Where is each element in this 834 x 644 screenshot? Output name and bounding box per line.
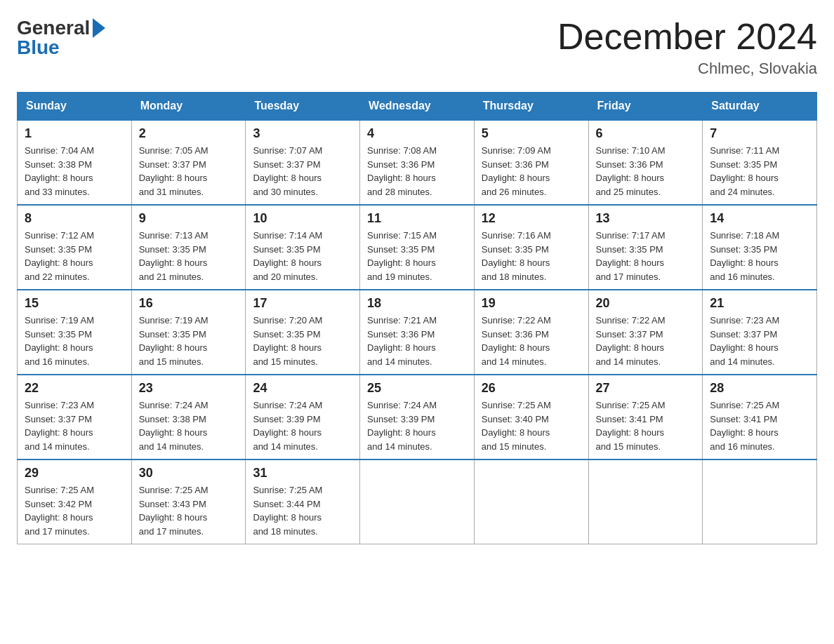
calendar-cell: 22Sunrise: 7:23 AMSunset: 3:37 PMDayligh… xyxy=(18,375,132,459)
calendar-cell: 6Sunrise: 7:10 AMSunset: 3:36 PMDaylight… xyxy=(588,120,703,205)
day-number: 15 xyxy=(25,296,124,311)
week-row-2: 8Sunrise: 7:12 AMSunset: 3:35 PMDaylight… xyxy=(18,205,817,290)
calendar-cell: 30Sunrise: 7:25 AMSunset: 3:43 PMDayligh… xyxy=(131,459,246,544)
day-number: 25 xyxy=(367,381,467,396)
day-info: Sunrise: 7:04 AMSunset: 3:38 PMDaylight:… xyxy=(25,144,124,199)
calendar-cell: 12Sunrise: 7:16 AMSunset: 3:35 PMDayligh… xyxy=(474,205,588,290)
calendar-cell: 31Sunrise: 7:25 AMSunset: 3:44 PMDayligh… xyxy=(246,459,360,544)
day-info: Sunrise: 7:25 AMSunset: 3:41 PMDaylight:… xyxy=(596,398,696,453)
day-number: 16 xyxy=(139,296,239,311)
day-info: Sunrise: 7:13 AMSunset: 3:35 PMDaylight:… xyxy=(139,229,239,283)
day-number: 8 xyxy=(25,211,124,226)
calendar-cell: 24Sunrise: 7:24 AMSunset: 3:39 PMDayligh… xyxy=(246,375,360,459)
day-number: 24 xyxy=(253,381,352,396)
day-info: Sunrise: 7:17 AMSunset: 3:35 PMDaylight:… xyxy=(596,229,696,283)
day-number: 21 xyxy=(710,296,809,311)
day-info: Sunrise: 7:11 AMSunset: 3:35 PMDaylight:… xyxy=(710,144,809,199)
calendar-cell: 28Sunrise: 7:25 AMSunset: 3:41 PMDayligh… xyxy=(703,375,817,459)
day-info: Sunrise: 7:09 AMSunset: 3:36 PMDaylight:… xyxy=(482,144,581,199)
day-info: Sunrise: 7:15 AMSunset: 3:35 PMDaylight:… xyxy=(367,229,467,283)
day-number: 11 xyxy=(367,211,467,226)
calendar-cell xyxy=(703,459,817,544)
day-number: 10 xyxy=(253,211,352,226)
day-number: 20 xyxy=(596,296,696,311)
day-header-saturday: Saturday xyxy=(703,93,817,121)
day-number: 5 xyxy=(482,126,581,141)
day-info: Sunrise: 7:05 AMSunset: 3:37 PMDaylight:… xyxy=(139,144,239,199)
day-number: 27 xyxy=(596,381,696,396)
calendar-cell: 29Sunrise: 7:25 AMSunset: 3:42 PMDayligh… xyxy=(18,459,132,544)
day-info: Sunrise: 7:25 AMSunset: 3:41 PMDaylight:… xyxy=(710,398,809,453)
day-info: Sunrise: 7:23 AMSunset: 3:37 PMDaylight:… xyxy=(710,314,809,368)
location-label: Chlmec, Slovakia xyxy=(557,60,817,78)
title-area: December 2024 Chlmec, Slovakia xyxy=(557,17,817,78)
day-info: Sunrise: 7:24 AMSunset: 3:39 PMDaylight:… xyxy=(253,398,352,453)
day-number: 22 xyxy=(25,381,124,396)
day-info: Sunrise: 7:24 AMSunset: 3:39 PMDaylight:… xyxy=(367,398,467,453)
day-number: 26 xyxy=(482,381,581,396)
day-header-friday: Friday xyxy=(588,93,703,121)
calendar-cell: 16Sunrise: 7:19 AMSunset: 3:35 PMDayligh… xyxy=(131,290,246,375)
day-info: Sunrise: 7:07 AMSunset: 3:37 PMDaylight:… xyxy=(253,144,352,199)
day-info: Sunrise: 7:25 AMSunset: 3:44 PMDaylight:… xyxy=(253,483,352,538)
day-info: Sunrise: 7:10 AMSunset: 3:36 PMDaylight:… xyxy=(596,144,696,199)
day-info: Sunrise: 7:22 AMSunset: 3:37 PMDaylight:… xyxy=(596,314,696,368)
logo: General Blue xyxy=(17,17,105,59)
calendar-cell xyxy=(360,459,475,544)
day-number: 13 xyxy=(596,211,696,226)
calendar-cell: 7Sunrise: 7:11 AMSunset: 3:35 PMDaylight… xyxy=(703,120,817,205)
day-info: Sunrise: 7:14 AMSunset: 3:35 PMDaylight:… xyxy=(253,229,352,283)
day-number: 28 xyxy=(710,381,809,396)
calendar-cell: 19Sunrise: 7:22 AMSunset: 3:36 PMDayligh… xyxy=(474,290,588,375)
logo-arrow-icon xyxy=(93,18,105,38)
day-number: 14 xyxy=(710,211,809,226)
day-number: 4 xyxy=(367,126,467,141)
day-info: Sunrise: 7:22 AMSunset: 3:36 PMDaylight:… xyxy=(482,314,581,368)
day-info: Sunrise: 7:25 AMSunset: 3:42 PMDaylight:… xyxy=(25,483,124,538)
calendar-cell xyxy=(588,459,703,544)
day-info: Sunrise: 7:21 AMSunset: 3:36 PMDaylight:… xyxy=(367,314,467,368)
day-header-tuesday: Tuesday xyxy=(246,93,360,121)
calendar-cell: 3Sunrise: 7:07 AMSunset: 3:37 PMDaylight… xyxy=(246,120,360,205)
calendar-cell: 25Sunrise: 7:24 AMSunset: 3:39 PMDayligh… xyxy=(360,375,475,459)
calendar-cell: 23Sunrise: 7:24 AMSunset: 3:38 PMDayligh… xyxy=(131,375,246,459)
calendar-cell: 9Sunrise: 7:13 AMSunset: 3:35 PMDaylight… xyxy=(131,205,246,290)
day-info: Sunrise: 7:24 AMSunset: 3:38 PMDaylight:… xyxy=(139,398,239,453)
calendar-cell: 15Sunrise: 7:19 AMSunset: 3:35 PMDayligh… xyxy=(18,290,132,375)
day-number: 7 xyxy=(710,126,809,141)
calendar-cell: 21Sunrise: 7:23 AMSunset: 3:37 PMDayligh… xyxy=(703,290,817,375)
week-row-1: 1Sunrise: 7:04 AMSunset: 3:38 PMDaylight… xyxy=(18,120,817,205)
day-number: 18 xyxy=(367,296,467,311)
day-number: 17 xyxy=(253,296,352,311)
week-row-5: 29Sunrise: 7:25 AMSunset: 3:42 PMDayligh… xyxy=(18,459,817,544)
day-header-thursday: Thursday xyxy=(474,93,588,121)
day-number: 2 xyxy=(139,126,239,141)
day-info: Sunrise: 7:20 AMSunset: 3:35 PMDaylight:… xyxy=(253,314,352,368)
day-info: Sunrise: 7:18 AMSunset: 3:35 PMDaylight:… xyxy=(710,229,809,283)
calendar-cell: 27Sunrise: 7:25 AMSunset: 3:41 PMDayligh… xyxy=(588,375,703,459)
day-number: 1 xyxy=(25,126,124,141)
day-number: 12 xyxy=(482,211,581,226)
day-info: Sunrise: 7:16 AMSunset: 3:35 PMDaylight:… xyxy=(482,229,581,283)
calendar-cell: 17Sunrise: 7:20 AMSunset: 3:35 PMDayligh… xyxy=(246,290,360,375)
day-number: 9 xyxy=(139,211,239,226)
calendar-cell: 13Sunrise: 7:17 AMSunset: 3:35 PMDayligh… xyxy=(588,205,703,290)
day-info: Sunrise: 7:25 AMSunset: 3:43 PMDaylight:… xyxy=(139,483,239,538)
day-number: 19 xyxy=(482,296,581,311)
calendar-cell: 10Sunrise: 7:14 AMSunset: 3:35 PMDayligh… xyxy=(246,205,360,290)
calendar-cell: 11Sunrise: 7:15 AMSunset: 3:35 PMDayligh… xyxy=(360,205,475,290)
day-number: 29 xyxy=(25,466,124,481)
calendar-cell: 2Sunrise: 7:05 AMSunset: 3:37 PMDaylight… xyxy=(131,120,246,205)
month-title: December 2024 xyxy=(557,17,817,57)
calendar-cell: 20Sunrise: 7:22 AMSunset: 3:37 PMDayligh… xyxy=(588,290,703,375)
day-info: Sunrise: 7:25 AMSunset: 3:40 PMDaylight:… xyxy=(482,398,581,453)
logo-blue-text: Blue xyxy=(17,36,60,59)
day-info: Sunrise: 7:23 AMSunset: 3:37 PMDaylight:… xyxy=(25,398,124,453)
day-number: 3 xyxy=(253,126,352,141)
calendar-cell: 26Sunrise: 7:25 AMSunset: 3:40 PMDayligh… xyxy=(474,375,588,459)
day-info: Sunrise: 7:08 AMSunset: 3:36 PMDaylight:… xyxy=(367,144,467,199)
day-info: Sunrise: 7:19 AMSunset: 3:35 PMDaylight:… xyxy=(139,314,239,368)
calendar-table: SundayMondayTuesdayWednesdayThursdayFrid… xyxy=(17,92,817,544)
calendar-cell xyxy=(474,459,588,544)
day-number: 30 xyxy=(139,466,239,481)
